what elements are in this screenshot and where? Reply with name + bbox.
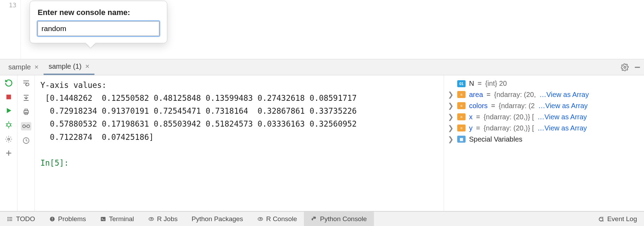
console-prompt[interactable]: In[5]: bbox=[40, 158, 74, 167]
rerun-icon[interactable] bbox=[5, 79, 13, 87]
close-icon[interactable]: ✕ bbox=[34, 64, 39, 70]
close-icon[interactable]: ✕ bbox=[85, 63, 90, 70]
variable-row[interactable]: ❯ ▦ Special Variables bbox=[445, 134, 643, 145]
variables-panel: 01 N = {int} 20 ❯ ≡ area = {ndarray: (20… bbox=[444, 75, 644, 211]
var-name: Special Variables bbox=[469, 135, 522, 143]
minimize-icon[interactable] bbox=[634, 63, 641, 71]
print-icon[interactable] bbox=[22, 108, 30, 116]
tab-label: sample (1) bbox=[48, 62, 81, 70]
view-as-array-link[interactable]: …View as Array bbox=[537, 124, 587, 132]
variable-row[interactable]: ❯ ≡ area = {ndarray: (20, …View as Array bbox=[445, 89, 643, 100]
var-name: x bbox=[469, 113, 473, 121]
var-equals: = bbox=[491, 102, 495, 110]
svg-point-31 bbox=[8, 220, 8, 221]
svg-rect-35 bbox=[101, 217, 106, 221]
terminal-icon bbox=[100, 216, 106, 222]
run-icon[interactable] bbox=[5, 107, 13, 114]
output-line: 0.7122874 0.07425186] bbox=[40, 133, 154, 142]
view-as-array-link[interactable]: …View as Array bbox=[539, 91, 589, 99]
chevron-right-icon[interactable]: ❯ bbox=[447, 124, 454, 132]
tool-label: Problems bbox=[58, 215, 86, 223]
output-line: [0.1448262 0.12550582 0.48125848 0.13599… bbox=[40, 93, 357, 103]
tool-r-jobs[interactable]: R R Jobs bbox=[141, 212, 185, 226]
tool-r-console[interactable]: R R Console bbox=[250, 212, 304, 226]
tab-label: sample bbox=[8, 63, 31, 71]
console-left-toolbar bbox=[0, 75, 17, 211]
r-icon: R bbox=[257, 216, 263, 222]
array-badge-icon: ≡ bbox=[457, 91, 466, 98]
svg-rect-34 bbox=[52, 220, 53, 221]
console-tab-strip: sample ✕ sample (1) ✕ bbox=[0, 59, 644, 75]
popover-label: Enter new console name: bbox=[38, 8, 159, 17]
console-inner-toolbar bbox=[17, 75, 35, 211]
svg-point-23 bbox=[27, 125, 30, 128]
variable-row[interactable]: 01 N = {int} 20 bbox=[445, 78, 643, 89]
view-as-array-link[interactable]: …View as Array bbox=[538, 102, 588, 110]
array-badge-icon: ≡ bbox=[457, 113, 466, 120]
history-icon[interactable] bbox=[22, 137, 30, 144]
svg-marker-3 bbox=[7, 108, 11, 113]
var-equals: = bbox=[476, 113, 480, 121]
tool-terminal[interactable]: Terminal bbox=[93, 212, 141, 226]
tool-python-console[interactable]: Python Console bbox=[304, 212, 374, 226]
var-equals: = bbox=[486, 91, 491, 99]
chevron-right-icon[interactable]: ❯ bbox=[447, 101, 454, 110]
var-value: {ndarray: (20,)} [ bbox=[484, 124, 534, 132]
gear-icon[interactable] bbox=[621, 63, 629, 71]
chevron-right-icon[interactable]: ❯ bbox=[447, 113, 454, 121]
svg-point-0 bbox=[624, 66, 626, 68]
array-badge-icon: ≡ bbox=[457, 102, 466, 109]
var-value: {ndarray: (20,)} [ bbox=[484, 113, 534, 121]
tool-problems[interactable]: Problems bbox=[42, 212, 93, 226]
tool-todo[interactable]: TODO bbox=[0, 212, 42, 226]
tool-python-packages[interactable]: Python Packages bbox=[185, 212, 250, 226]
output-heading: Y-axis values: bbox=[40, 81, 107, 90]
tool-label: TODO bbox=[16, 215, 35, 223]
tool-label: Python Console bbox=[320, 215, 367, 223]
variable-row[interactable]: ❯ ≡ colors = {ndarray: (2 …View as Array bbox=[445, 100, 643, 111]
debug-icon[interactable] bbox=[5, 121, 13, 129]
svg-point-30 bbox=[8, 219, 8, 219]
variable-row[interactable]: ❯ ≡ y = {ndarray: (20,)} [ …View as Arra… bbox=[445, 122, 643, 134]
console-tab-sample[interactable]: sample ✕ bbox=[3, 59, 44, 75]
var-value: {ndarray: (20, bbox=[494, 91, 536, 99]
r-icon: R bbox=[148, 216, 154, 222]
console-tab-sample-1[interactable]: sample (1) ✕ bbox=[44, 59, 94, 75]
var-name: area bbox=[469, 91, 483, 99]
svg-point-29 bbox=[8, 217, 8, 218]
list-icon bbox=[7, 216, 13, 222]
add-icon[interactable] bbox=[5, 149, 13, 157]
console-output[interactable]: Y-axis values: [0.1448262 0.12550582 0.4… bbox=[35, 75, 444, 211]
chevron-right-icon[interactable]: ❯ bbox=[447, 135, 454, 143]
svg-text:R: R bbox=[259, 218, 261, 221]
variable-row[interactable]: ❯ ≡ x = {ndarray: (20,)} [ …View as Arra… bbox=[445, 111, 643, 122]
svg-point-4 bbox=[7, 123, 10, 127]
settings-icon[interactable] bbox=[5, 135, 13, 143]
svg-text:R: R bbox=[150, 218, 152, 221]
special-badge-icon: ▦ bbox=[457, 136, 466, 143]
svg-point-41 bbox=[313, 217, 314, 218]
svg-point-11 bbox=[8, 138, 10, 140]
svg-line-8 bbox=[10, 123, 12, 124]
stop-icon[interactable] bbox=[5, 93, 12, 100]
output-line: 0.57880532 0.17198631 0.85503942 0.51824… bbox=[40, 119, 357, 128]
view-as-array-link[interactable]: …View as Array bbox=[537, 113, 587, 121]
warning-icon bbox=[49, 216, 55, 222]
var-value: {ndarray: (2 bbox=[499, 102, 535, 110]
tool-event-log[interactable]: Event Log bbox=[591, 212, 644, 226]
tool-label: R Console bbox=[266, 215, 297, 223]
soft-wrap-icon[interactable] bbox=[22, 79, 30, 87]
var-name: colors bbox=[469, 102, 488, 110]
svg-rect-2 bbox=[6, 95, 11, 99]
tool-label: Terminal bbox=[109, 215, 134, 223]
python-icon bbox=[311, 216, 317, 222]
chevron-right-icon[interactable]: ❯ bbox=[447, 90, 454, 99]
scroll-to-end-icon[interactable] bbox=[22, 93, 30, 102]
tool-label: Python Packages bbox=[192, 215, 243, 223]
console-name-input[interactable] bbox=[38, 21, 159, 36]
int-badge-icon: 01 bbox=[457, 80, 466, 87]
show-variables-icon[interactable] bbox=[21, 122, 31, 130]
output-line: 0.72918234 0.91370191 0.72545471 0.73181… bbox=[40, 106, 357, 115]
array-badge-icon: ≡ bbox=[457, 125, 466, 131]
svg-line-7 bbox=[6, 123, 7, 124]
